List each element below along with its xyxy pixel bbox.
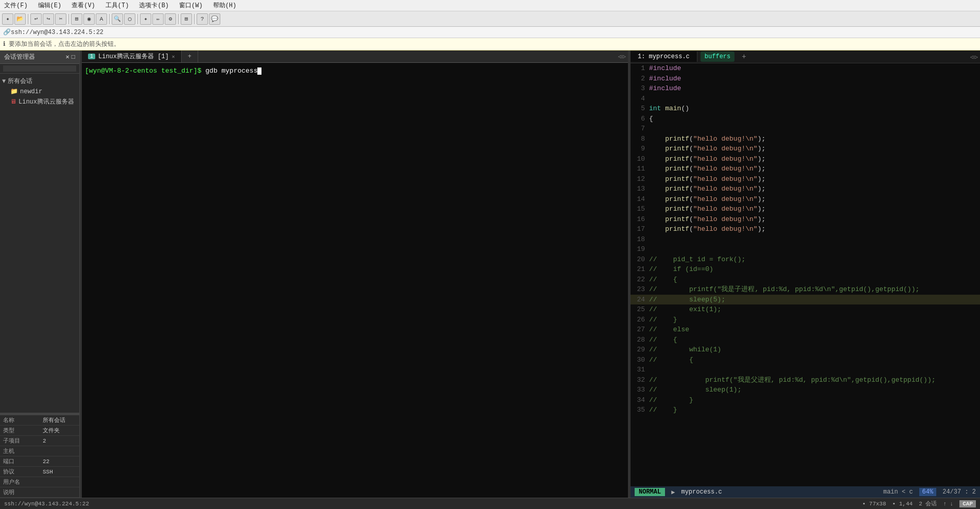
line-number: 21 [631, 264, 649, 275]
status-dimensions: ▪ 77x38 [862, 501, 886, 507]
code-line: 31 [631, 365, 980, 375]
toolbar-chat[interactable]: 💬 [209, 13, 220, 25]
status-ssh: ssh://wyn@43.143.224.5:22 [4, 501, 89, 507]
line-number: 30 [631, 355, 649, 365]
code-line: 22// { [631, 275, 980, 285]
toolbar-undo[interactable]: ↩ [30, 13, 42, 25]
status-arrow: ▶ [671, 488, 675, 496]
line-content: printf("hello debug!\n"); [649, 174, 765, 184]
properties-table: 名称所有会话类型文件夹子项目2主机端口22协议SSH用户名说明 [0, 415, 79, 498]
prop-value [40, 446, 79, 456]
menu-file[interactable]: 文件(F) [2, 1, 30, 10]
toolbar-sep3 [109, 14, 110, 24]
add-tab-btn[interactable]: + [182, 50, 198, 62]
code-line: 8 printf("hello debug!\n"); [631, 134, 980, 144]
toolbar-btn8[interactable]: ✦ [140, 13, 151, 25]
menu-help[interactable]: 帮助(H) [211, 1, 239, 10]
line-content: printf("hello debug!\n"); [649, 134, 765, 144]
line-number: 19 [631, 244, 649, 254]
code-line: 19 [631, 244, 980, 254]
tree-root-all[interactable]: ▼ 所有会话 [0, 76, 79, 87]
editor-arrow-right[interactable]: ▷ [974, 54, 978, 60]
terminal-content[interactable]: [wyn@VM-8-2-centos test_dir]$ gdb myproc… [82, 63, 628, 498]
line-content: // pid_t id = fork(); [649, 254, 745, 265]
toolbar-btn6[interactable]: 🔍 [112, 13, 123, 25]
menu-view[interactable]: 查看(V) [69, 1, 97, 10]
tab1-label: Linux腾讯云服务器 [1] [98, 52, 169, 61]
session-tree: ▼ 所有会话 📁 newdir 🖥 Linux腾讯云服务器 [0, 74, 79, 413]
tree-item-newdir[interactable]: 📁 newdir [0, 87, 79, 96]
toolbar-btn10[interactable]: ⚙ [165, 13, 176, 25]
prop-value: 文件夹 [40, 426, 79, 436]
editor-tab-label: 1: myprocess.c [638, 53, 690, 60]
line-number: 9 [631, 144, 649, 154]
menu-tabs[interactable]: 选项卡(B) [137, 1, 171, 10]
toolbar-btn7[interactable]: ◯ [124, 13, 135, 25]
toolbar-sep6 [194, 14, 195, 24]
property-row: 子项目2 [0, 436, 79, 446]
terminal-tab-1[interactable]: 1 Linux腾讯云服务器 [1] ✕ [82, 50, 182, 62]
editor-add-tab[interactable]: + [738, 51, 750, 62]
toolbar-redo[interactable]: ↪ [43, 13, 54, 25]
line-number: 17 [631, 224, 649, 234]
line-content: printf("hello debug!\n"); [649, 204, 765, 214]
property-row: 名称所有会话 [0, 415, 79, 426]
code-line: 27// else [631, 325, 980, 335]
sidebar-header: 会话管理器 ✕ □ [0, 50, 79, 64]
line-number: 27 [631, 325, 649, 335]
prop-value [40, 477, 79, 487]
toolbar-help[interactable]: ? [197, 13, 208, 25]
line-number: 22 [631, 275, 649, 285]
line-number: 33 [631, 385, 649, 395]
status-sessions: 2 会话 [919, 500, 937, 507]
tree-item-newdir-label: newdir [20, 88, 42, 95]
tab-arrow-right[interactable]: ▷ [622, 53, 626, 60]
editor-arrow-left[interactable]: ◁ [970, 54, 974, 60]
server-icon: 🖥 [10, 98, 16, 106]
tab-arrow-left[interactable]: ◁ [618, 53, 622, 60]
toolbar-btn3[interactable]: ⊞ [71, 13, 82, 25]
code-line: 11 printf("hello debug!\n"); [631, 164, 980, 174]
bottom-statusbar: ssh://wyn@43.143.224.5:22 ▪ 77x38 ▪ 1,44… [0, 498, 980, 509]
toolbar-btn11[interactable]: ⊞ [181, 13, 192, 25]
code-line: 10 printf("hello debug!\n"); [631, 154, 980, 164]
tab1-close[interactable]: ✕ [172, 54, 175, 60]
menu-window[interactable]: 窗口(W) [177, 1, 205, 10]
prop-value: 2 [40, 436, 79, 446]
line-number: 35 [631, 405, 649, 415]
line-content: #include [649, 63, 689, 74]
line-number: 1 [631, 63, 649, 74]
menu-edit[interactable]: 编辑(E) [36, 1, 64, 10]
sidebar-search-input[interactable] [3, 65, 76, 72]
tree-item-server-label: Linux腾讯云服务器 [19, 97, 74, 106]
terminal-panel: 1 Linux腾讯云服务器 [1] ✕ + ◁ ▷ [wyn@VM-8-2-ce… [82, 50, 628, 498]
toolbar-cut[interactable]: ✂ [55, 13, 66, 25]
sidebar-expand[interactable]: □ [72, 54, 75, 61]
line-number: 18 [631, 234, 649, 245]
line-number: 14 [631, 194, 649, 205]
sidebar-search-bar [0, 64, 79, 74]
prop-key: 主机 [0, 446, 40, 456]
toolbar-open[interactable]: 📂 [14, 13, 26, 25]
editor-buffers-badge[interactable]: buffers [701, 52, 734, 62]
code-editor[interactable]: 1#include 2#include 3#include 45int main… [631, 63, 980, 486]
line-number: 8 [631, 134, 649, 144]
tree-arrow: ▼ [2, 78, 6, 85]
line-content: printf("hello debug!\n"); [649, 214, 765, 225]
toolbar-new[interactable]: ✦ [2, 13, 13, 25]
menu-tools[interactable]: 工具(T) [103, 1, 131, 10]
toolbar-btn4[interactable]: ◉ [83, 13, 95, 25]
code-line: 1#include [631, 63, 980, 74]
main-area: 会话管理器 ✕ □ ▼ 所有会话 📁 newdir 🖥 Linux腾讯云服务器 [0, 50, 980, 498]
line-content: // printf("我是子进程, pid:%d, ppid:%d\n",get… [649, 284, 919, 295]
sidebar-close[interactable]: ✕ [66, 53, 69, 61]
code-line: 33// sleep(1); [631, 385, 980, 395]
line-content: // else [649, 325, 689, 335]
toolbar-btn5[interactable]: A [96, 13, 107, 25]
code-line: 16 printf("hello debug!\n"); [631, 214, 980, 225]
terminal-tab-arrows: ◁ ▷ [616, 50, 628, 62]
terminal-tabs: 1 Linux腾讯云服务器 [1] ✕ + ◁ ▷ [82, 50, 628, 63]
toolbar-btn9[interactable]: ✏ [152, 13, 164, 25]
tree-item-server[interactable]: 🖥 Linux腾讯云服务器 [0, 96, 79, 107]
editor-tab-file[interactable]: 1: myprocess.c [631, 52, 697, 62]
